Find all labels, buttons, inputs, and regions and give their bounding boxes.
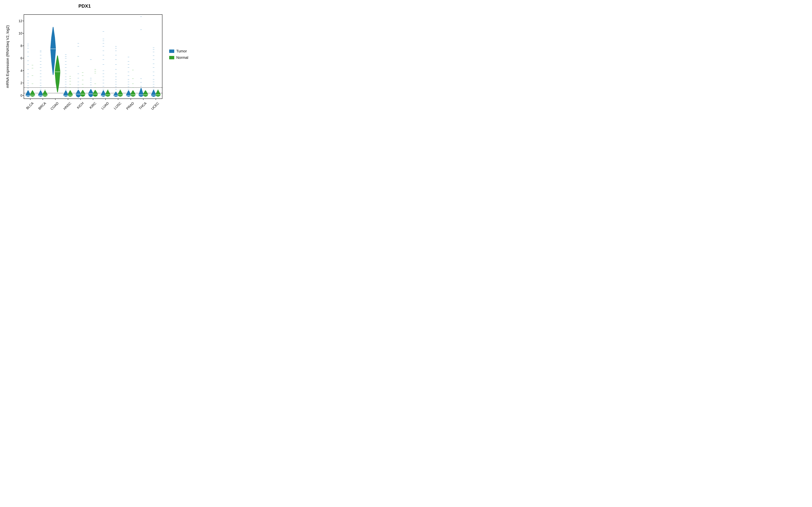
legend-item-normal: Normal bbox=[169, 55, 188, 60]
outlier-tick: ― bbox=[140, 81, 142, 83]
outlier-tick: ― bbox=[28, 69, 29, 70]
outlier-tick: ― bbox=[65, 54, 66, 55]
y-tick-mark bbox=[23, 70, 24, 71]
chart-page: PDX1 mRNA Expression (RNASeq V2, log2) 0… bbox=[0, 0, 203, 127]
x-tick-mark bbox=[30, 99, 31, 100]
outlier-tick: ― bbox=[153, 67, 154, 68]
outlier-tick: ― bbox=[153, 86, 154, 88]
outlier-tick: ― bbox=[153, 75, 154, 76]
outlier-tick: ― bbox=[82, 75, 84, 76]
outlier-tick: ― bbox=[65, 67, 66, 68]
y-tick-mark bbox=[23, 21, 24, 21]
outlier-tick: ― bbox=[103, 50, 104, 52]
outlier-tick: ― bbox=[28, 43, 29, 45]
median-bar bbox=[130, 95, 136, 95]
outlier-tick: ― bbox=[65, 83, 66, 85]
y-tick-mark bbox=[23, 58, 24, 58]
outlier-tick: ― bbox=[153, 51, 154, 53]
outlier-tick: ― bbox=[107, 89, 109, 90]
outlier-tick: ― bbox=[78, 43, 79, 44]
outlier-tick: ― bbox=[69, 75, 71, 77]
outlier-tick: ― bbox=[103, 82, 104, 84]
reference-line bbox=[24, 88, 162, 88]
outlier-tick: ― bbox=[40, 87, 42, 88]
legend-label-tumor: Tumor bbox=[176, 49, 187, 53]
outlier-tick: ― bbox=[115, 89, 117, 90]
outlier-tick: ― bbox=[103, 38, 104, 40]
outlier-tick: ― bbox=[78, 73, 79, 74]
y-tick-mark bbox=[23, 33, 24, 34]
median-bar bbox=[143, 95, 148, 95]
median-bar bbox=[117, 95, 123, 95]
legend: Tumor Normal bbox=[169, 49, 188, 62]
median-bar bbox=[155, 95, 161, 95]
outlier-tick: ― bbox=[103, 86, 104, 87]
x-tick-mark bbox=[143, 99, 144, 100]
outlier-tick: ― bbox=[28, 80, 29, 81]
outlier-tick: ― bbox=[82, 87, 84, 88]
outlier-tick: ― bbox=[140, 78, 142, 79]
outlier-tick: ― bbox=[153, 63, 154, 65]
outlier-tick: ― bbox=[153, 89, 154, 90]
x-tick-mark bbox=[55, 99, 55, 100]
outlier-tick: ― bbox=[115, 78, 117, 80]
outlier-tick: ― bbox=[28, 51, 29, 53]
x-tick-mark bbox=[105, 99, 106, 100]
x-category-label: BLCA bbox=[22, 101, 35, 114]
outlier-tick: ― bbox=[40, 73, 42, 74]
x-tick-mark bbox=[93, 99, 93, 100]
outlier-tick: ― bbox=[157, 89, 159, 90]
median-bar bbox=[93, 94, 98, 94]
outlier-tick: ― bbox=[103, 59, 104, 60]
outlier-tick: ― bbox=[40, 60, 42, 62]
median-bar bbox=[55, 72, 60, 72]
legend-swatch-normal bbox=[169, 56, 174, 59]
median-bar bbox=[50, 49, 56, 49]
x-category-label: HNSC bbox=[60, 101, 72, 114]
outlier-tick: ― bbox=[82, 79, 84, 80]
outlier-tick: ― bbox=[115, 59, 117, 60]
outlier-tick: ― bbox=[65, 64, 66, 65]
outlier-tick: ― bbox=[103, 40, 104, 42]
outlier-tick: ― bbox=[40, 70, 42, 71]
outlier-tick: ― bbox=[128, 56, 129, 58]
outlier-tick: ― bbox=[90, 77, 92, 79]
y-tick-mark bbox=[23, 46, 24, 46]
y-axis-title: mRNA Expression (RNASeq V2, log2) bbox=[5, 25, 10, 88]
bean-violin bbox=[117, 90, 123, 97]
outlier-tick: ― bbox=[90, 59, 92, 60]
outlier-tick: ― bbox=[103, 64, 104, 65]
outlier-tick: ― bbox=[153, 59, 154, 60]
outlier-tick: ― bbox=[115, 64, 117, 65]
outlier-tick: ― bbox=[69, 80, 71, 82]
legend-item-tumor: Tumor bbox=[169, 49, 188, 53]
outlier-tick: ― bbox=[32, 67, 33, 69]
outlier-tick: ― bbox=[95, 69, 96, 70]
outlier-tick: ― bbox=[28, 60, 29, 61]
outlier-tick: ― bbox=[82, 72, 84, 73]
chart-title: PDX1 bbox=[0, 3, 169, 9]
outlier-tick: ― bbox=[40, 79, 42, 80]
outlier-tick: ― bbox=[153, 47, 154, 48]
outlier-tick: ― bbox=[40, 50, 42, 52]
bean-violin bbox=[92, 90, 98, 97]
outlier-tick: ― bbox=[32, 64, 33, 66]
outlier-tick: ― bbox=[140, 86, 142, 87]
outlier-tick: ― bbox=[28, 85, 29, 86]
x-category-label: BRCA bbox=[35, 101, 47, 114]
outlier-tick: ― bbox=[40, 67, 42, 68]
bean-violin bbox=[130, 91, 136, 97]
outlier-tick: ― bbox=[40, 76, 42, 77]
outlier-tick: ― bbox=[65, 81, 66, 82]
outlier-tick: ― bbox=[132, 78, 134, 79]
outlier-tick: ― bbox=[103, 54, 104, 56]
outlier-tick: ― bbox=[78, 46, 79, 47]
outlier-tick: ― bbox=[90, 81, 92, 83]
outlier-tick: ― bbox=[153, 83, 154, 85]
outlier-tick: ― bbox=[128, 75, 129, 76]
outlier-tick: ― bbox=[132, 69, 134, 71]
outlier-tick: ― bbox=[95, 87, 96, 88]
outlier-tick: ― bbox=[28, 45, 29, 47]
outlier-tick: ― bbox=[95, 72, 96, 74]
x-category-label: LUSC bbox=[110, 101, 122, 114]
